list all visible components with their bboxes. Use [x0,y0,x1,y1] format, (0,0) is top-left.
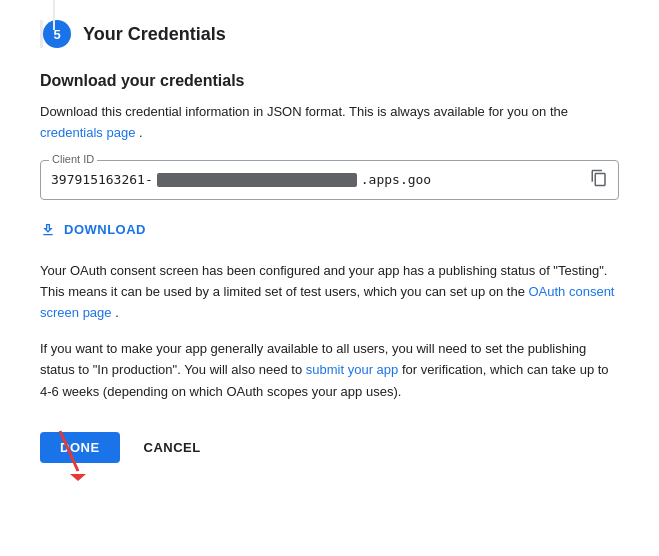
description-text: Download this credential information in … [40,104,568,119]
download-button[interactable]: DOWNLOAD [40,216,146,244]
step-title: Your Credentials [83,24,226,45]
page-container: 5 Your Credentials Download your credent… [0,0,659,493]
description-end: . [139,125,143,140]
vertical-line [53,0,55,30]
oauth-info-1: Your OAuth consent screen has been confi… [40,260,619,324]
copy-icon[interactable] [590,169,608,191]
submit-app-link[interactable]: submit your app [306,362,399,377]
client-id-masked [157,173,357,187]
svg-line-0 [60,431,78,471]
oauth-info-1-text: Your OAuth consent screen has been confi… [40,263,607,299]
svg-marker-1 [70,474,86,481]
description: Download this credential information in … [40,102,619,144]
client-id-suffix: .apps.goo [361,172,431,187]
client-id-prefix: 397915163261- [51,172,153,187]
section-title: Download your credentials [40,72,619,90]
red-arrow [30,426,100,486]
client-id-text: 397915163261- .apps.goo [51,172,582,187]
action-buttons: DONE CANCEL [40,422,619,463]
cancel-button[interactable]: CANCEL [132,432,213,463]
oauth-info-1-end: . [115,305,119,320]
oauth-info-2: If you want to make your app generally a… [40,338,619,402]
step-number: 5 [43,20,71,48]
client-id-label: Client ID [49,153,97,165]
credentials-page-link[interactable]: credentials page [40,125,135,140]
client-id-box: Client ID 397915163261- .apps.goo [40,160,619,200]
client-id-value: 397915163261- .apps.goo [51,169,608,191]
download-label: DOWNLOAD [64,222,146,237]
step-header: 5 Your Credentials [40,20,619,48]
